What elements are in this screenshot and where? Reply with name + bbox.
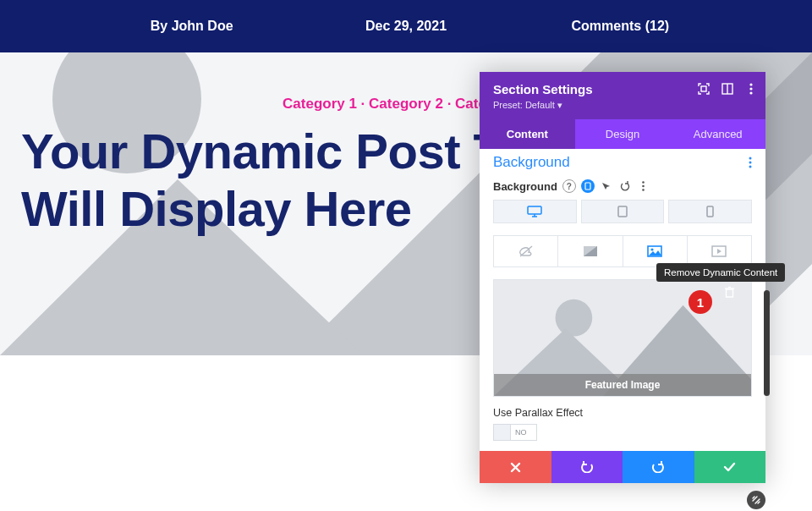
- svg-point-27: [651, 248, 654, 250]
- device-phone-button[interactable]: [668, 200, 752, 223]
- tab-advanced[interactable]: Advanced: [670, 119, 765, 149]
- columns-icon[interactable]: [721, 83, 733, 95]
- section-kebab-icon[interactable]: [749, 157, 752, 168]
- toggle-state: NO: [511, 428, 527, 437]
- tab-content[interactable]: Content: [480, 119, 575, 149]
- trash-icon[interactable]: [724, 286, 735, 301]
- toggle-knob: [494, 425, 511, 440]
- confirm-button[interactable]: [694, 451, 766, 483]
- reset-icon[interactable]: [618, 179, 632, 193]
- svg-point-13: [749, 166, 752, 168]
- section-background-label: Background: [493, 154, 570, 171]
- panel-scrollbar[interactable]: [764, 290, 770, 396]
- svg-rect-36: [727, 289, 733, 297]
- kebab-icon[interactable]: [745, 83, 757, 95]
- background-image-preview[interactable]: Featured Image: [493, 279, 752, 397]
- hover-icon[interactable]: [600, 179, 613, 193]
- svg-marker-29: [717, 249, 721, 254]
- svg-point-31: [556, 299, 593, 337]
- tab-design[interactable]: Design: [575, 119, 671, 149]
- field-kebab-icon[interactable]: [637, 179, 650, 193]
- undo-button[interactable]: [551, 451, 623, 483]
- post-meta-bar: By John Doe Dec 29, 2021 Comments (12): [0, 0, 812, 52]
- panel-preset[interactable]: Preset: Default ▾: [493, 100, 752, 111]
- annotation-marker-1: 1: [689, 290, 712, 314]
- parallax-toggle[interactable]: NO: [493, 424, 537, 441]
- post-author: By John Doe: [85, 19, 299, 34]
- preview-caption: Featured Image: [494, 374, 751, 396]
- svg-point-9: [749, 87, 752, 90]
- svg-point-15: [643, 181, 645, 184]
- expand-icon[interactable]: [698, 83, 710, 95]
- svg-point-12: [749, 162, 752, 164]
- parallax-label: Use Parallax Effect: [493, 407, 752, 419]
- bg-type-video-button[interactable]: [688, 236, 751, 266]
- panel-body: Background Background ?: [480, 149, 765, 441]
- svg-point-10: [749, 91, 752, 94]
- svg-rect-14: [585, 183, 590, 190]
- background-field-label-row: Background ?: [493, 179, 752, 193]
- responsive-tablet-icon[interactable]: [581, 179, 595, 193]
- responsive-device-row: [493, 200, 752, 223]
- bg-type-color-button[interactable]: [494, 236, 558, 266]
- panel-footer: [480, 451, 765, 483]
- post-comments-link[interactable]: Comments (12): [513, 19, 727, 34]
- svg-rect-21: [618, 206, 627, 217]
- svg-point-8: [749, 83, 752, 85]
- svg-rect-18: [528, 206, 541, 214]
- bg-type-gradient-button[interactable]: [558, 236, 623, 266]
- background-field-label: Background: [493, 180, 557, 193]
- svg-point-16: [643, 185, 645, 188]
- remove-dynamic-content-tooltip: Remove Dynamic Content: [656, 263, 785, 282]
- panel-header[interactable]: Section Settings Preset: Default ▾: [480, 72, 765, 119]
- svg-point-11: [749, 157, 752, 160]
- bg-type-image-button[interactable]: [623, 236, 688, 266]
- cancel-button[interactable]: [480, 451, 551, 483]
- device-desktop-button[interactable]: [493, 200, 577, 223]
- section-background-toggle[interactable]: Background: [493, 149, 752, 179]
- svg-rect-5: [701, 86, 706, 91]
- device-tablet-button[interactable]: [581, 200, 665, 223]
- help-icon[interactable]: ?: [562, 179, 576, 193]
- svg-point-17: [643, 189, 645, 191]
- redo-button[interactable]: [623, 451, 694, 483]
- post-date: Dec 29, 2021: [299, 19, 513, 34]
- svg-rect-22: [707, 206, 713, 217]
- resize-handle-icon[interactable]: [747, 491, 765, 509]
- panel-tabs: Content Design Advanced: [480, 119, 765, 149]
